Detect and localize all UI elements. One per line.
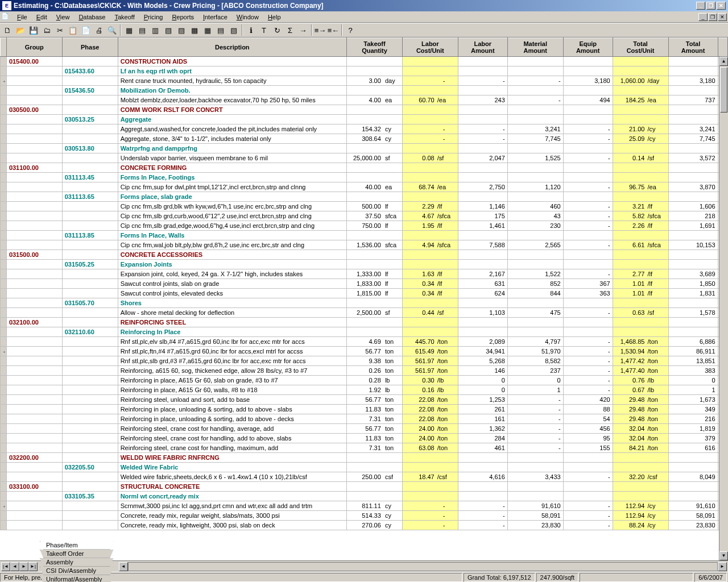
menu-edit[interactable]: Edit xyxy=(32,13,52,22)
column-header[interactable]: TotalCost/Unit xyxy=(613,38,668,57)
sheet-tab[interactable]: Uniformat/Assembly xyxy=(40,575,114,583)
menu-takeoff[interactable]: Takeoff xyxy=(110,13,139,22)
row-header-cell[interactable] xyxy=(1,153,7,163)
table-row[interactable]: 031113.85Forms In Place, Walls xyxy=(1,231,728,240)
table-row[interactable]: 031100.00CONCRETE FORMING xyxy=(1,163,728,173)
hscroll-left-arrow-icon[interactable]: ◄ xyxy=(119,562,128,571)
table-row[interactable]: Reinforcing in place, unloading & sortin… xyxy=(1,414,728,424)
spreadsheet-grid[interactable]: GroupPhaseDescriptionTakeoffQuantityLabo… xyxy=(0,38,728,560)
refresh-icon[interactable]: ↻ xyxy=(271,24,283,36)
row-header-cell[interactable] xyxy=(1,279,7,289)
menu-database[interactable]: Database xyxy=(74,13,110,22)
table-row[interactable]: 032205.50Welded Wire Fabric xyxy=(1,463,728,472)
table-row[interactable]: 031505.25Expansion Joints xyxy=(1,260,728,269)
table-row[interactable]: 030513.80Watrprfng and dampprfng xyxy=(1,144,728,153)
row-header-cell[interactable] xyxy=(1,501,7,511)
organize-icon[interactable]: 🗂 xyxy=(40,24,53,36)
t2-icon[interactable]: ▤ xyxy=(136,24,148,36)
row-header-cell[interactable] xyxy=(1,289,7,298)
table-row[interactable]: Cip cnc frm,slb grd,blk wth kyw,wd,6"h,1… xyxy=(1,202,728,211)
horizontal-scrollbar[interactable]: ◄ ► xyxy=(119,562,727,571)
table-row[interactable]: 015433.60Lf an hs eqp rtl wth oprt xyxy=(1,66,728,76)
table-row[interactable]: Rnf stl,plc,ftn,#4 #7,a615,grd 60,inc lb… xyxy=(1,347,728,356)
sheet-tab[interactable]: Takeoff Order xyxy=(40,550,114,558)
menu-file[interactable]: File xyxy=(13,13,32,22)
row-header-cell[interactable] xyxy=(1,76,7,86)
row-header-cell[interactable] xyxy=(1,66,7,76)
table-row[interactable]: Cip cnc frm,sup for dwl,plnt tmpl,12'12'… xyxy=(1,182,728,192)
table-row[interactable]: 031113.65Forms place, slab grade xyxy=(1,192,728,202)
print-icon[interactable]: 🖨 xyxy=(93,24,105,36)
table-row[interactable]: 015436.50Mobilization Or Demob. xyxy=(1,86,728,95)
table-row[interactable]: Rent crane truck mounted, hydraulic, 55 … xyxy=(1,76,728,86)
row-header-cell[interactable] xyxy=(1,347,7,356)
menu-reports[interactable]: Reports xyxy=(167,13,198,22)
save-icon[interactable]: 💾 xyxy=(27,24,40,36)
mdi-restore-button[interactable]: ❐ xyxy=(708,13,717,21)
table-row[interactable]: Sawcut control joints, elevated decks1,8… xyxy=(1,289,728,298)
table-row[interactable]: Concrete, ready mix, lightweight, 3000 p… xyxy=(1,521,728,530)
table-row[interactable]: 032110.60Reinforcing In Place xyxy=(1,327,728,337)
row-header-cell[interactable] xyxy=(1,115,7,124)
row-header-cell[interactable] xyxy=(1,482,7,492)
column-header[interactable]: Description xyxy=(118,38,346,57)
column-header[interactable]: LaborCost/Unit xyxy=(402,38,458,57)
row-header-cell[interactable] xyxy=(1,250,7,260)
table-row[interactable]: Moblzt demblz,dozer,loader,backhoe excav… xyxy=(1,95,728,105)
table-row[interactable]: Rnf stl,plc,elv slb,#4 #7,a615,grd 60,in… xyxy=(1,337,728,347)
sum-icon[interactable]: Σ xyxy=(284,24,296,36)
minimize-button[interactable]: _ xyxy=(696,2,705,10)
table-row[interactable]: Reinforcing steel, crane cost for handli… xyxy=(1,443,728,453)
go-icon[interactable]: → xyxy=(297,24,309,36)
table-row[interactable]: Welded wire fabric,sheets,deck,6 x 6 - w… xyxy=(1,472,728,482)
row-header-cell[interactable] xyxy=(1,105,7,115)
open-icon[interactable]: 📂 xyxy=(14,24,27,36)
row-header-cell[interactable] xyxy=(1,492,7,501)
table-row[interactable]: Concrete, ready mix, regular weight, sla… xyxy=(1,511,728,521)
table-row[interactable]: Reinforcing steel, unload and sort, add … xyxy=(1,395,728,405)
column-header[interactable]: Phase xyxy=(62,38,118,57)
row-header-cell[interactable] xyxy=(1,57,7,66)
table-row[interactable]: 033105.35Norml wt concrt,ready mix xyxy=(1,492,728,501)
preview-icon[interactable]: 🔍 xyxy=(106,24,118,36)
t3-icon[interactable]: ▥ xyxy=(149,24,162,36)
menu-view[interactable]: View xyxy=(52,13,75,22)
row-header-cell[interactable] xyxy=(1,356,7,366)
t7-icon[interactable]: ▦ xyxy=(201,24,214,36)
table-row[interactable]: Allow - shore metal decking for deflecti… xyxy=(1,308,728,318)
row-header-cell[interactable] xyxy=(1,221,7,231)
table-row[interactable]: Rnf stl,plc,slb grd,#3 #7,a615,grd 60,in… xyxy=(1,356,728,366)
t4-icon[interactable]: ▧ xyxy=(162,24,175,36)
table-row[interactable]: 030513.25Aggregate xyxy=(1,115,728,124)
row-header-cell[interactable] xyxy=(1,318,7,327)
table-row[interactable]: Reinforcing steel, crane cost for handli… xyxy=(1,424,728,434)
t1-icon[interactable]: ▦ xyxy=(123,24,135,36)
scroll-down-arrow-icon[interactable]: ▼ xyxy=(719,551,728,560)
row-header-cell[interactable] xyxy=(1,385,7,395)
row-header-cell[interactable] xyxy=(1,144,7,153)
row-header-cell[interactable] xyxy=(1,163,7,173)
row-header-cell[interactable] xyxy=(1,202,7,211)
table-row[interactable]: 031500.00CONCRETE ACCESSORIES xyxy=(1,250,728,260)
seq2-icon[interactable]: ≡← xyxy=(327,24,340,36)
table-row[interactable]: Cip cnc frm,slb grad,edge,wood,6"hg,4 us… xyxy=(1,221,728,231)
row-header-cell[interactable] xyxy=(1,414,7,424)
column-header[interactable]: MaterialAmount xyxy=(507,38,563,57)
row-header-cell[interactable] xyxy=(1,366,7,376)
row-header-cell[interactable] xyxy=(1,231,7,240)
column-header[interactable]: LaborAmount xyxy=(458,38,507,57)
row-header-cell[interactable] xyxy=(1,327,7,337)
menu-pricing[interactable]: Pricing xyxy=(139,13,168,22)
row-header-cell[interactable] xyxy=(1,511,7,521)
t5-icon[interactable]: ▨ xyxy=(175,24,188,36)
row-header-cell[interactable] xyxy=(1,453,7,463)
column-header[interactable]: Group xyxy=(6,38,62,57)
row-header-cell[interactable] xyxy=(1,269,7,279)
menu-help[interactable]: Help xyxy=(263,13,286,22)
column-header[interactable]: TotalAmount xyxy=(668,38,718,57)
row-header-cell[interactable] xyxy=(1,376,7,385)
row-header-cell[interactable] xyxy=(1,521,7,530)
table-row[interactable]: Reinforcing in place, A615 Gr 60, slab o… xyxy=(1,376,728,385)
table-row[interactable]: 015400.00CONSTRUCTION AIDS xyxy=(1,57,728,66)
cut-icon[interactable]: ✂ xyxy=(53,24,66,36)
